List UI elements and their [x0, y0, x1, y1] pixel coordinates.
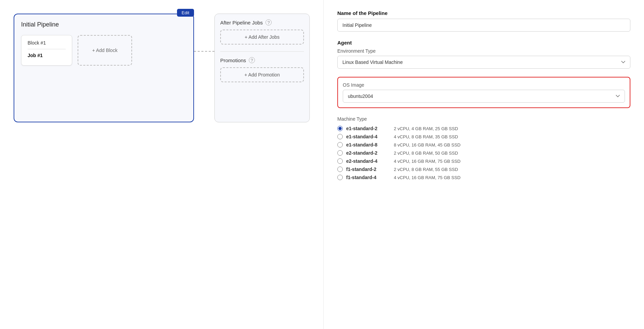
- pipeline-name-label: Name of the Pipeline: [337, 10, 630, 16]
- block-name: Block #1: [28, 40, 66, 46]
- promotions-header: Promotions ?: [220, 57, 304, 63]
- pipeline-box: Edit Initial Pipeline Block #1 Job #1 + …: [14, 14, 194, 122]
- promotions-help-icon[interactable]: ?: [249, 57, 255, 63]
- machine-type-name: e2-standard-4: [346, 158, 390, 164]
- env-type-select-wrapper: Linux Based Virtual Machine Docker Conta…: [337, 56, 630, 69]
- block-card-1[interactable]: Block #1 Job #1: [21, 35, 72, 66]
- env-type-label: Environment Type: [337, 48, 630, 54]
- promotions-section: Promotions ? + Add Promotion: [220, 57, 304, 82]
- machine-type-row[interactable]: f1-standard-44 vCPU, 16 GB RAM, 75 GB SS…: [337, 175, 630, 180]
- machine-type-section: Machine Type e1-standard-22 vCPU, 4 GB R…: [337, 116, 630, 180]
- os-image-select-wrapper: ubuntu2004 ubuntu1804 ubuntu2204: [343, 90, 625, 103]
- os-image-section: OS Image ubuntu2004 ubuntu1804 ubuntu220…: [337, 77, 630, 108]
- machine-type-name: f1-standard-4: [346, 175, 390, 180]
- add-after-jobs-button[interactable]: + Add After Jobs: [220, 30, 304, 45]
- after-jobs-header: After Pipeline Jobs ?: [220, 19, 304, 25]
- machine-type-row[interactable]: e1-standard-44 vCPU, 8 GB RAM, 35 GB SSD: [337, 134, 630, 139]
- right-panel: Name of the Pipeline Agent Environment T…: [323, 0, 644, 329]
- promotions-title: Promotions: [220, 57, 246, 63]
- pipeline-title: Initial Pipeline: [21, 21, 187, 28]
- machine-type-label: Machine Type: [337, 116, 630, 122]
- blocks-row: Block #1 Job #1 + Add Block: [21, 35, 187, 66]
- machine-type-spec: 4 vCPU, 16 GB RAM, 75 GB SSD: [394, 159, 461, 164]
- machine-type-row[interactable]: f1-standard-22 vCPU, 8 GB RAM, 55 GB SSD: [337, 167, 630, 172]
- machine-type-spec: 8 vCPU, 16 GB RAM, 45 GB SSD: [394, 142, 461, 148]
- machine-type-spec: 2 vCPU, 4 GB RAM, 25 GB SSD: [394, 126, 458, 131]
- os-image-label: OS Image: [343, 82, 625, 88]
- machine-type-row[interactable]: e1-standard-22 vCPU, 4 GB RAM, 25 GB SSD: [337, 126, 630, 131]
- machine-type-name: e1-standard-2: [346, 126, 390, 131]
- machine-radio-f1-standard-4[interactable]: [337, 175, 343, 180]
- left-panel: Edit Initial Pipeline Block #1 Job #1 + …: [0, 0, 323, 329]
- machine-type-name: e1-standard-8: [346, 142, 390, 148]
- machine-type-spec: 2 vCPU, 8 GB RAM, 55 GB SSD: [394, 167, 458, 172]
- add-block-button[interactable]: + Add Block: [78, 35, 132, 66]
- side-panel: After Pipeline Jobs ? + Add After Jobs P…: [214, 14, 310, 122]
- os-image-select[interactable]: ubuntu2004 ubuntu1804 ubuntu2204: [343, 90, 625, 103]
- machine-radio-e2-standard-4[interactable]: [337, 158, 343, 164]
- machine-type-row[interactable]: e2-standard-44 vCPU, 16 GB RAM, 75 GB SS…: [337, 158, 630, 164]
- add-promotion-button[interactable]: + Add Promotion: [220, 67, 304, 82]
- machine-type-spec: 4 vCPU, 16 GB RAM, 75 GB SSD: [394, 175, 461, 180]
- machine-radio-f1-standard-2[interactable]: [337, 167, 343, 172]
- after-jobs-title: After Pipeline Jobs: [220, 20, 263, 25]
- connector-area: [194, 14, 214, 52]
- after-jobs-help-icon[interactable]: ?: [265, 19, 272, 25]
- machine-type-row[interactable]: e2-standard-22 vCPU, 8 GB RAM, 50 GB SSD: [337, 150, 630, 156]
- machine-type-spec: 4 vCPU, 8 GB RAM, 35 GB SSD: [394, 134, 458, 139]
- machine-type-name: e1-standard-4: [346, 134, 390, 139]
- agent-section: Agent Environment Type Linux Based Virtu…: [337, 40, 630, 180]
- edit-badge[interactable]: Edit: [177, 9, 194, 17]
- machine-radio-e1-standard-2[interactable]: [337, 126, 343, 131]
- machine-type-name: e2-standard-2: [346, 150, 390, 156]
- dashed-connector: [194, 51, 214, 52]
- agent-label: Agent: [337, 40, 630, 46]
- env-type-section: Environment Type Linux Based Virtual Mac…: [337, 48, 630, 69]
- pipeline-name-section: Name of the Pipeline: [337, 10, 630, 32]
- after-jobs-section: After Pipeline Jobs ? + Add After Jobs: [220, 19, 304, 45]
- machine-radio-e1-standard-8[interactable]: [337, 142, 343, 148]
- block-divider: [28, 49, 66, 49]
- job-name: Job #1: [28, 53, 66, 58]
- machine-type-name: f1-standard-2: [346, 167, 390, 172]
- machine-radio-e2-standard-2[interactable]: [337, 150, 343, 156]
- add-block-label: + Add Block: [92, 48, 117, 53]
- machine-radio-e1-standard-4[interactable]: [337, 134, 343, 139]
- env-type-select[interactable]: Linux Based Virtual Machine Docker Conta…: [337, 56, 630, 69]
- section-divider: [220, 51, 304, 52]
- machine-type-row[interactable]: e1-standard-88 vCPU, 16 GB RAM, 45 GB SS…: [337, 142, 630, 148]
- pipeline-name-input[interactable]: [337, 19, 630, 32]
- machine-type-list: e1-standard-22 vCPU, 4 GB RAM, 25 GB SSD…: [337, 126, 630, 180]
- machine-type-spec: 2 vCPU, 8 GB RAM, 50 GB SSD: [394, 151, 458, 156]
